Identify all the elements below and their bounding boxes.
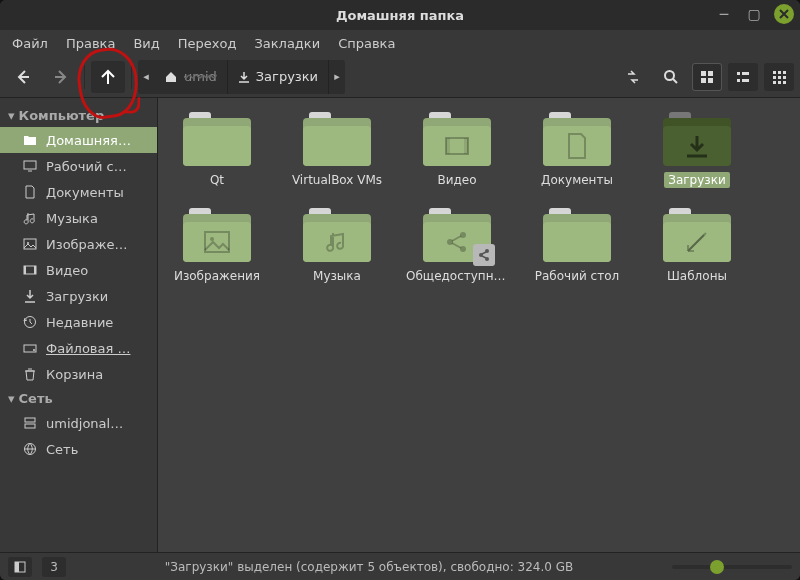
video-icon (22, 263, 38, 277)
path-home-label: umid (184, 69, 217, 84)
sidebar-item-label: Сеть (46, 442, 78, 457)
svg-rect-33 (205, 232, 229, 252)
path-next[interactable]: ▸ (329, 70, 345, 83)
forward-button[interactable] (44, 61, 78, 93)
folder-item[interactable]: Видео (402, 112, 512, 188)
folder-icon (303, 112, 371, 166)
menu-view[interactable]: Вид (125, 33, 167, 54)
menu-go[interactable]: Переход (170, 33, 245, 54)
menu-bookmarks[interactable]: Закладки (246, 33, 328, 54)
folder-item[interactable]: Музыка (282, 208, 392, 284)
sidebar-item[interactable]: Изображе… (0, 231, 157, 257)
zoom-slider[interactable] (672, 565, 792, 569)
folder-item[interactable]: Qt (162, 112, 272, 188)
path-downloads[interactable]: Загрузки (228, 60, 329, 94)
folder-icon (543, 208, 611, 262)
status-message: "Загрузки" выделен (содержит 5 объектов)… (76, 560, 662, 574)
sidebar-item[interactable]: Документы (0, 179, 157, 205)
sidebar-item[interactable]: Домашняя… (0, 127, 157, 153)
svg-rect-7 (737, 79, 740, 82)
sidebar-item-label: Рабочий с… (46, 159, 127, 174)
folder-label: Документы (537, 172, 617, 188)
sidebar-item-label: Загрузки (46, 289, 108, 304)
content-area[interactable]: QtVirtualBox VMsВидеоДокументыЗагрузкиИз… (158, 98, 800, 552)
svg-rect-9 (773, 71, 776, 74)
path-downloads-label: Загрузки (256, 69, 318, 84)
minimize-button[interactable]: ─ (714, 4, 734, 24)
svg-rect-6 (742, 72, 749, 75)
download-icon (22, 289, 38, 303)
menu-edit[interactable]: Правка (58, 33, 123, 54)
svg-rect-17 (783, 81, 786, 84)
sidebar-item[interactable]: Файловая … (0, 335, 157, 361)
close-button[interactable] (774, 4, 794, 24)
folder-item[interactable]: VirtualBox VMs (282, 112, 392, 188)
network-icon (22, 442, 38, 456)
folder-item[interactable]: Шаблоны (642, 208, 752, 284)
image-icon (22, 237, 38, 251)
pathbar[interactable]: ◂ umid Загрузки ▸ (138, 60, 345, 94)
svg-rect-1 (701, 71, 706, 76)
sidebar-group-label: Сеть (19, 391, 53, 406)
svg-point-34 (210, 237, 214, 241)
svg-rect-23 (34, 266, 36, 274)
back-button[interactable] (6, 61, 40, 93)
menubar: Файл Правка Вид Переход Закладки Справка (0, 30, 800, 56)
sidebar-item[interactable]: Загрузки (0, 283, 157, 309)
sidebar-item-label: Видео (46, 263, 88, 278)
sidebar-item[interactable]: Видео (0, 257, 157, 283)
svg-rect-8 (742, 79, 749, 82)
sidebar-item[interactable]: Рабочий с… (0, 153, 157, 179)
disk-icon (22, 341, 38, 355)
chevron-down-icon: ▾ (8, 391, 15, 406)
zoom-thumb[interactable] (710, 560, 724, 574)
sidebar-item-label: Недавние (46, 315, 113, 330)
svg-rect-16 (778, 81, 781, 84)
sidebar-item[interactable]: Сеть (0, 436, 157, 462)
view-switcher (692, 63, 794, 91)
sidepane-toggle-button[interactable] (8, 557, 32, 577)
folder-item[interactable]: Рабочий стол (522, 208, 632, 284)
chevron-down-icon: ▾ (8, 108, 15, 123)
sidebar-group-label: Компьютер (19, 108, 105, 123)
folder-item[interactable]: Общедоступные (402, 208, 512, 284)
path-home[interactable]: umid (154, 60, 228, 94)
folder-item[interactable]: Загрузки (642, 112, 752, 188)
folder-icon (663, 112, 731, 166)
search-button[interactable] (654, 61, 688, 93)
view-icons-button[interactable] (692, 63, 722, 91)
folder-item[interactable]: Изображения (162, 208, 272, 284)
maximize-button[interactable]: ▢ (744, 4, 764, 24)
sidebar-item[interactable]: Недавние (0, 309, 157, 335)
view-list-button[interactable] (728, 63, 758, 91)
sidebar-item-label: Корзина (46, 367, 103, 382)
svg-rect-14 (783, 76, 786, 79)
folder-item[interactable]: Документы (522, 112, 632, 188)
window-title: Домашняя папка (336, 8, 464, 23)
toggle-path-button[interactable] (616, 61, 650, 93)
view-compact-button[interactable] (764, 63, 794, 91)
path-prev[interactable]: ◂ (138, 70, 154, 83)
folder-icon (22, 133, 38, 147)
sidebar-group-network[interactable]: ▾ Сеть (0, 387, 157, 410)
svg-rect-32 (464, 138, 468, 154)
up-button[interactable] (91, 61, 125, 93)
folder-icon (423, 208, 491, 262)
svg-rect-12 (773, 76, 776, 79)
statusbar: 3 "Загрузки" выделен (содержит 5 объекто… (0, 552, 800, 580)
menu-file[interactable]: Файл (4, 33, 56, 54)
server-icon (22, 416, 38, 430)
sidebar-item[interactable]: umidjonal… (0, 410, 157, 436)
status-count[interactable]: 3 (42, 557, 66, 577)
folder-label: Шаблоны (663, 268, 731, 284)
sidebar-item[interactable]: Корзина (0, 361, 157, 387)
titlebar[interactable]: Домашняя папка ─ ▢ (0, 0, 800, 30)
grid-icon (700, 70, 714, 84)
svg-rect-11 (783, 71, 786, 74)
sidebar-group-computer[interactable]: ▾ Компьютер (0, 104, 157, 127)
folder-label: Общедоступные (402, 268, 512, 284)
menu-help[interactable]: Справка (330, 33, 403, 54)
svg-rect-2 (708, 71, 713, 76)
sidebar-item[interactable]: Музыка (0, 205, 157, 231)
svg-rect-4 (708, 78, 713, 83)
